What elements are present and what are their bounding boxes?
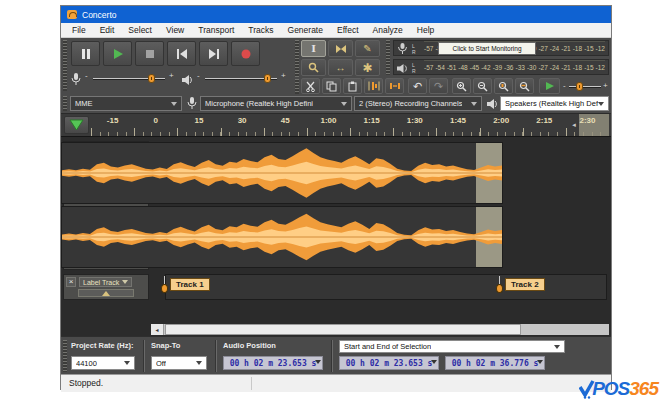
label-marker-icon[interactable] (161, 280, 169, 296)
selection-tool-button[interactable]: I (301, 40, 326, 57)
play-speed-slider[interactable] (569, 82, 601, 91)
menu-help[interactable]: Help (410, 25, 441, 35)
selection-mode-select[interactable]: Start and End of Selection (339, 340, 565, 353)
recording-device-value: Microphone (Realtek High Defini (205, 99, 313, 108)
recording-channels-select[interactable]: 2 (Stereo) Recording Channels (354, 96, 482, 111)
tools-toolbar-grip[interactable] (295, 40, 299, 77)
menu-tracks[interactable]: Tracks (241, 25, 280, 35)
play-at-speed-button[interactable] (539, 78, 560, 94)
divider (143, 340, 144, 372)
scrollbar-thumb[interactable] (165, 324, 521, 335)
zoom-out-icon (477, 81, 488, 92)
label-track-area[interactable]: Track 1 Track 2 (165, 274, 607, 300)
waveform-channel-right[interactable] (61, 206, 503, 268)
label-track-menu-button[interactable]: Label Track (79, 277, 132, 287)
label-marker-icon[interactable] (496, 280, 504, 296)
menu-view[interactable]: View (159, 25, 191, 35)
timeline-scale[interactable]: ◄ -15015 30451:00 1:151:301:45 2:002:152… (91, 114, 609, 137)
menu-effect[interactable]: Effect (330, 25, 366, 35)
play-button[interactable] (103, 41, 132, 66)
status-text: Stopped. (69, 378, 103, 388)
menu-transport[interactable]: Transport (191, 25, 241, 35)
label-track-close-button[interactable]: × (66, 277, 76, 287)
audio-host-select[interactable]: MME (70, 96, 182, 111)
pinned-play-head-button[interactable] (64, 116, 89, 134)
skip-to-start-button[interactable] (167, 41, 196, 66)
playback-device-value: Speakers (Realtek High Definiti (505, 99, 598, 108)
mixer-toolbar: - + - + (71, 72, 291, 88)
trim-audio-button[interactable] (364, 78, 383, 94)
menu-edit[interactable]: Edit (93, 25, 122, 35)
timeline-labels: -15015 30451:00 1:151:301:45 2:002:152:3… (91, 116, 609, 125)
transport-toolbar-grip[interactable] (63, 40, 67, 91)
playback-device-select[interactable]: Speakers (Realtek High Definiti (500, 96, 609, 111)
menu-analyze[interactable]: Analyze (366, 25, 410, 35)
record-button[interactable] (231, 41, 260, 66)
scroll-left-icon: ◄ (155, 327, 160, 333)
playback-volume-slider[interactable] (205, 74, 277, 83)
project-rate-select[interactable]: 44100 (71, 356, 135, 370)
scroll-left-button[interactable]: ◄ (151, 324, 164, 335)
selection-end-field[interactable]: 00 h 02 m 36.776 s (445, 356, 545, 370)
menu-select[interactable]: Select (121, 25, 159, 35)
audio-position-field[interactable]: 00 h 02 m 23.653 s (223, 356, 323, 370)
spinner-arrow-icon[interactable] (537, 360, 543, 364)
recording-device-select[interactable]: Microphone (Realtek High Defini (200, 96, 352, 111)
skip-to-end-button[interactable] (199, 41, 228, 66)
speaker-icon (181, 74, 193, 86)
timeshift-tool-button[interactable]: ↔ (328, 59, 353, 76)
recording-volume-knob[interactable] (148, 74, 155, 83)
edit-toolbar-grip[interactable] (295, 79, 299, 94)
monitoring-tooltip[interactable]: Click to Start Monitoring (438, 42, 536, 55)
menu-file[interactable]: File (65, 25, 93, 35)
device-toolbar-grip[interactable] (63, 96, 67, 111)
fit-project-button[interactable] (515, 78, 534, 94)
copy-button[interactable] (322, 78, 341, 94)
title-bar[interactable]: Concerto (61, 6, 611, 23)
audio-host-value: MME (75, 99, 93, 108)
multi-tool-button[interactable]: ✱ (355, 59, 380, 76)
zoom-tool-icon (308, 62, 319, 73)
waveform-left (62, 143, 502, 203)
stop-button[interactable] (135, 41, 164, 66)
menu-generate[interactable]: Generate (281, 25, 330, 35)
snap-to-select[interactable]: Off (151, 356, 207, 370)
selection-toolbar-grip[interactable] (63, 340, 67, 372)
label-track-collapse-button[interactable] (78, 289, 134, 297)
play-icon (112, 48, 124, 60)
label-text[interactable]: Track 2 (505, 278, 545, 291)
zoom-out-button[interactable] (473, 78, 492, 94)
meter-toolbar-grip[interactable] (386, 40, 390, 75)
track-menu-arrow-icon (122, 280, 128, 284)
label-flag[interactable]: Track 2 (496, 278, 545, 296)
meter-right-label: R (412, 68, 416, 74)
recording-volume-slider[interactable] (93, 74, 165, 83)
zoom-tool-button[interactable] (301, 59, 326, 76)
cut-button[interactable] (301, 78, 320, 94)
playback-meter[interactable]: LR -57-54-51-48 -45-42-39-36 -33-30-27-2… (393, 59, 609, 75)
chevron-down-icon (471, 102, 477, 106)
paste-button[interactable] (343, 78, 362, 94)
zoom-in-button[interactable] (452, 78, 471, 94)
timeline-ruler[interactable]: ◄ -15015 30451:00 1:151:301:45 2:002:152… (61, 113, 611, 137)
recording-meter[interactable]: LR -57-54-51-48 -45-42-39-36 -33-30-27-2… (393, 40, 609, 56)
pos365-text-orange: 365 (629, 378, 658, 400)
envelope-tool-button[interactable] (328, 40, 353, 57)
pause-button[interactable] (71, 41, 100, 66)
waveform-channel-left[interactable] (61, 142, 503, 204)
record-icon (240, 48, 252, 60)
fit-selection-button[interactable] (494, 78, 513, 94)
horizontal-scrollbar[interactable]: ◄ (151, 324, 609, 335)
recording-meter-mic-icon (398, 43, 407, 55)
spinner-arrow-icon[interactable] (315, 360, 321, 364)
redo-button[interactable]: ↷ (429, 78, 448, 94)
silence-audio-button[interactable] (385, 78, 404, 94)
undo-button[interactable]: ↶ (408, 78, 427, 94)
selection-start-field[interactable]: 00 h 02 m 23.653 s (339, 356, 439, 370)
draw-tool-button[interactable]: ✎ (355, 40, 380, 57)
spinner-arrow-icon[interactable] (431, 360, 437, 364)
label-flag[interactable]: Track 1 (161, 278, 210, 296)
playback-volume-knob[interactable] (264, 74, 271, 83)
label-text[interactable]: Track 1 (170, 278, 210, 291)
play-speed-knob[interactable] (576, 82, 583, 91)
